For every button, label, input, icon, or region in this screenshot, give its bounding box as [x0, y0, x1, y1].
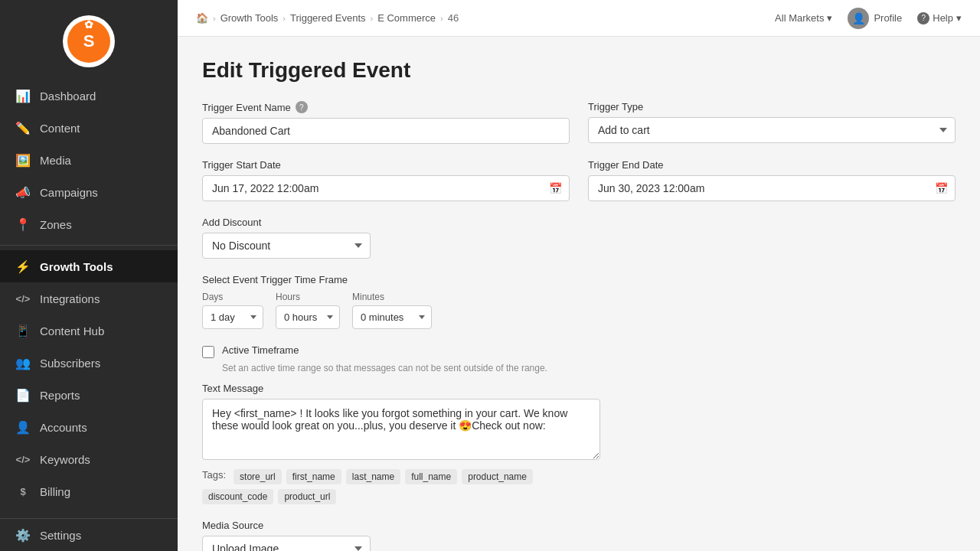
active-timeframe-label: Active Timeframe [222, 344, 299, 356]
add-discount-select[interactable]: No Discount 10% Off 20% Off [202, 233, 371, 259]
trigger-event-name-input[interactable] [202, 118, 570, 144]
breadcrumb: 🏠 › Growth Tools › Triggered Events › E … [196, 12, 459, 24]
tag-discount-code[interactable]: discount_code [202, 489, 273, 504]
tag-product-url[interactable]: product_url [278, 489, 336, 504]
logo-area: S [0, 0, 178, 80]
integrations-icon: </> [15, 291, 31, 306]
tags-row: Tags: store_url first_name last_name ful… [202, 469, 600, 504]
profile-button[interactable]: 👤 Profile [848, 8, 902, 29]
nav-item-growth-tools[interactable]: ⚡ Growth Tools [0, 250, 178, 282]
campaigns-icon: 📣 [15, 184, 31, 200]
nav-item-content-hub[interactable]: 📱 Content Hub [0, 315, 178, 347]
help-chevron-icon: ▾ [956, 12, 962, 24]
minutes-group: Minutes 0 minutes 15 minutes 30 minutes [352, 292, 432, 329]
page-title: Edit Triggered Event [202, 58, 956, 83]
zones-icon: 📍 [15, 217, 31, 232]
tag-full-name[interactable]: full_name [405, 469, 457, 484]
add-discount-wrap: No Discount 10% Off 20% Off [202, 233, 371, 259]
main: 🏠 › Growth Tools › Triggered Events › E … [178, 0, 980, 551]
nav-item-media[interactable]: 🖼️ Media [0, 144, 178, 176]
trigger-start-date-wrapper: 📅 [202, 175, 570, 201]
minutes-select[interactable]: 0 minutes 15 minutes 30 minutes [352, 305, 432, 329]
nav-item-keywords[interactable]: </> Keywords [0, 443, 178, 475]
topbar: 🏠 › Growth Tools › Triggered Events › E … [178, 0, 980, 37]
trigger-event-name-label: Trigger Event Name ? [202, 101, 570, 113]
nav-item-zones[interactable]: 📍 Zones [0, 208, 178, 240]
subscribers-icon: 👥 [15, 355, 31, 370]
active-timeframe-row: Active Timeframe [202, 344, 956, 358]
trigger-start-date-label: Trigger Start Date [202, 159, 570, 171]
breadcrumb-sep-2: › [283, 14, 286, 23]
trigger-event-name-group: Trigger Event Name ? [202, 101, 570, 144]
media-source-label-div: Media Source [202, 520, 956, 531]
form-row-1: Trigger Event Name ? Trigger Type Add to… [202, 101, 956, 144]
timeframe-row: Days 1 day 2 days 3 days Hours 0 hours 1… [202, 292, 956, 329]
days-group: Days 1 day 2 days 3 days [202, 292, 263, 329]
media-source-wrap: Upload Image URL Media Library [202, 536, 371, 551]
nav-item-settings[interactable]: ⚙️ Settings [0, 519, 178, 551]
dashboard-icon: 📊 [15, 88, 31, 103]
active-timeframe-hint: Set an active time range so that message… [222, 363, 956, 373]
tag-last-name[interactable]: last_name [346, 469, 400, 484]
market-selector[interactable]: All Markets ▾ [775, 12, 832, 24]
timeframe-label: Select Event Trigger Time Frame [202, 274, 956, 285]
sidebar: S 📊 Dashboard ✏️ Content 🖼️ Media 📣 Camp… [0, 0, 178, 551]
nav-item-dashboard[interactable]: 📊 Dashboard [0, 80, 178, 112]
trigger-start-date-group: Trigger Start Date 📅 [202, 159, 570, 201]
nav-item-content[interactable]: ✏️ Content [0, 112, 178, 144]
tag-store-url[interactable]: store_url [234, 469, 282, 484]
topbar-right: All Markets ▾ 👤 Profile ? Help ▾ [775, 8, 962, 29]
timeframe-section: Select Event Trigger Time Frame Days 1 d… [202, 274, 956, 329]
media-source-label: Media Source [202, 520, 956, 531]
content-hub-icon: 📱 [15, 323, 31, 338]
trigger-type-group: Trigger Type Add to cart Purchase Abando… [588, 101, 956, 144]
help-button[interactable]: ? Help ▾ [917, 12, 962, 24]
hours-label: Hours [276, 292, 340, 302]
trigger-type-label: Trigger Type [588, 101, 956, 112]
text-message-label: Text Message [202, 383, 956, 394]
text-message-textarea[interactable]: Hey <first_name> ! It looks like you for… [202, 399, 600, 460]
breadcrumb-triggered-events[interactable]: Triggered Events [290, 12, 366, 24]
media-icon: 🖼️ [15, 152, 31, 168]
logo-inner: S [67, 20, 110, 63]
settings-icon: ⚙️ [15, 527, 31, 543]
breadcrumb-sep-3: › [371, 14, 374, 23]
days-label: Days [202, 292, 263, 302]
avatar: 👤 [848, 8, 869, 29]
tag-first-name[interactable]: first_name [286, 469, 341, 484]
hours-select[interactable]: 0 hours 1 hour 2 hours [276, 305, 340, 329]
add-discount-label: Add Discount [202, 217, 956, 228]
media-source-select[interactable]: Upload Image URL Media Library [202, 536, 371, 551]
nav-item-integrations[interactable]: </> Integrations [0, 282, 178, 315]
tag-product-name[interactable]: product_name [462, 469, 533, 484]
trigger-end-date-wrapper: 📅 [588, 175, 956, 201]
reports-icon: 📄 [15, 387, 31, 403]
nav-item-subscribers[interactable]: 👥 Subscribers [0, 347, 178, 379]
trigger-end-date-input[interactable] [588, 175, 956, 201]
text-message-section: Text Message Hey <first_name> ! It looks… [202, 383, 956, 463]
minutes-label: Minutes [352, 292, 432, 302]
trigger-type-select[interactable]: Add to cart Purchase Abandoned Cart [588, 117, 956, 143]
accounts-icon: 👤 [15, 419, 31, 435]
nav-item-accounts[interactable]: 👤 Accounts [0, 411, 178, 443]
trigger-end-date-label: Trigger End Date [588, 159, 956, 171]
days-select[interactable]: 1 day 2 days 3 days [202, 305, 263, 329]
add-discount-group: Add Discount No Discount 10% Off 20% Off [202, 217, 956, 259]
chevron-down-icon: ▾ [827, 12, 832, 24]
breadcrumb-sep-1: › [213, 14, 216, 23]
trigger-event-name-help-icon[interactable]: ? [296, 101, 308, 113]
hours-group: Hours 0 hours 1 hour 2 hours [276, 292, 340, 329]
nav-item-reports[interactable]: 📄 Reports [0, 379, 178, 411]
keywords-icon: </> [15, 452, 31, 467]
billing-icon: $ [15, 484, 31, 499]
help-icon: ? [917, 12, 929, 24]
nav-item-billing[interactable]: $ Billing [0, 475, 178, 507]
active-timeframe-checkbox[interactable] [202, 346, 214, 358]
breadcrumb-home-icon[interactable]: 🏠 [196, 12, 208, 24]
trigger-start-date-input[interactable] [202, 175, 570, 201]
nav-item-campaigns[interactable]: 📣 Campaigns [0, 176, 178, 208]
content-area: Edit Triggered Event Trigger Event Name … [178, 37, 980, 551]
breadcrumb-ecommerce[interactable]: E Commerce [377, 12, 436, 24]
content-icon: ✏️ [15, 120, 31, 135]
breadcrumb-growth-tools[interactable]: Growth Tools [220, 12, 279, 24]
